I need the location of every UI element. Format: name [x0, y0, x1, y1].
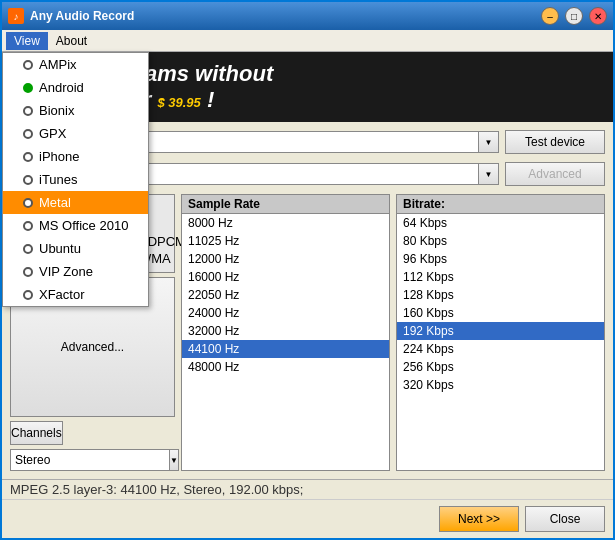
dropdown-item-bionix[interactable]: Bionix [3, 99, 148, 122]
radio-ubuntu [23, 244, 33, 254]
status-bar: MPEG 2.5 layer-3: 44100 Hz, Stereo, 192.… [2, 479, 613, 499]
app-icon: ♪ [8, 8, 24, 24]
bitrate-header: Bitrate: [397, 195, 604, 214]
close-button[interactable]: Close [525, 506, 605, 532]
radio-gpx [23, 129, 33, 139]
view-dropdown: AMPix Android Bionix GPX iPhone iTunes [2, 52, 149, 307]
status-text: MPEG 2.5 layer-3: 44100 Hz, Stereo, 192.… [10, 482, 303, 497]
title-bar: ♪ Any Audio Record – □ ✕ [2, 2, 613, 30]
dropdown-item-ampix[interactable]: AMPix [3, 53, 148, 76]
sample-rate-22050[interactable]: 22050 Hz [182, 286, 389, 304]
bitrate-192[interactable]: 192 Kbps [397, 322, 604, 340]
bitrate-320[interactable]: 320 Kbps [397, 376, 604, 394]
sample-rate-48000[interactable]: 48000 Hz [182, 358, 389, 376]
main-window: ♪ Any Audio Record – □ ✕ View About AMPi… [0, 0, 615, 540]
sample-rate-8000[interactable]: 8000 Hz [182, 214, 389, 232]
next-button[interactable]: Next >> [439, 506, 519, 532]
sample-rate-12000[interactable]: 12000 Hz [182, 250, 389, 268]
dropdown-item-gpx[interactable]: GPX [3, 122, 148, 145]
dropdown-item-msoffice[interactable]: MS Office 2010 [3, 214, 148, 237]
bitrate-224[interactable]: 224 Kbps [397, 340, 604, 358]
sample-rate-11025[interactable]: 11025 Hz [182, 232, 389, 250]
bitrate-256[interactable]: 256 Kbps [397, 358, 604, 376]
sample-rate-list[interactable]: Sample Rate 8000 Hz 11025 Hz 12000 Hz 16… [181, 194, 390, 471]
footer: Next >> Close [2, 499, 613, 538]
dropdown-item-android[interactable]: Android [3, 76, 148, 99]
radio-metal [23, 198, 33, 208]
second-dropdown-btn[interactable]: ▼ [479, 163, 499, 185]
radio-vipzone [23, 267, 33, 277]
dropdown-item-xfactor[interactable]: XFactor [3, 283, 148, 306]
sample-rate-32000[interactable]: 32000 Hz [182, 322, 389, 340]
sample-rate-header: Sample Rate [182, 195, 389, 214]
channels-section: Channels ▼ [10, 421, 175, 471]
radio-iphone [23, 152, 33, 162]
bitrate-112[interactable]: 112 Kbps [397, 268, 604, 286]
radio-itunes [23, 175, 33, 185]
menu-about[interactable]: About [48, 32, 95, 50]
dropdown-item-iphone[interactable]: iPhone [3, 145, 148, 168]
sample-rate-24000[interactable]: 24000 Hz [182, 304, 389, 322]
app-title: Any Audio Record [30, 9, 535, 23]
bitrate-160[interactable]: 160 Kbps [397, 304, 604, 322]
dropdown-item-itunes[interactable]: iTunes [3, 168, 148, 191]
bitrate-80[interactable]: 80 Kbps [397, 232, 604, 250]
minimize-button[interactable]: – [541, 7, 559, 25]
channels-button[interactable]: Channels [10, 421, 63, 445]
test-device-button[interactable]: Test device [505, 130, 605, 154]
dropdown-item-ubuntu[interactable]: Ubuntu [3, 237, 148, 260]
channels-combo[interactable]: ▼ [10, 449, 175, 471]
channels-input[interactable] [10, 449, 170, 471]
radio-bionix [23, 106, 33, 116]
menu-view[interactable]: View [6, 32, 48, 50]
bitrate-128[interactable]: 128 Kbps [397, 286, 604, 304]
advanced-button[interactable]: Advanced [505, 162, 605, 186]
bitrate-96[interactable]: 96 Kbps [397, 250, 604, 268]
close-window-button[interactable]: ✕ [589, 7, 607, 25]
radio-ampix [23, 60, 33, 70]
radio-msoffice [23, 221, 33, 231]
bitrate-64[interactable]: 64 Kbps [397, 214, 604, 232]
bitrate-list[interactable]: Bitrate: 64 Kbps 80 Kbps 96 Kbps 112 Kbp… [396, 194, 605, 471]
dropdown-item-vipzone[interactable]: VIP Zone [3, 260, 148, 283]
sample-rate-44100[interactable]: 44100 Hz [182, 340, 389, 358]
menu-bar: View About AMPix Android Bionix GPX i [2, 30, 613, 52]
device-dropdown-btn[interactable]: ▼ [479, 131, 499, 153]
maximize-button[interactable]: □ [565, 7, 583, 25]
sample-rate-16000[interactable]: 16000 Hz [182, 268, 389, 286]
radio-xfactor [23, 290, 33, 300]
channels-dropdown-btn[interactable]: ▼ [170, 449, 179, 471]
radio-android [23, 83, 33, 93]
dropdown-item-metal[interactable]: Metal [3, 191, 148, 214]
